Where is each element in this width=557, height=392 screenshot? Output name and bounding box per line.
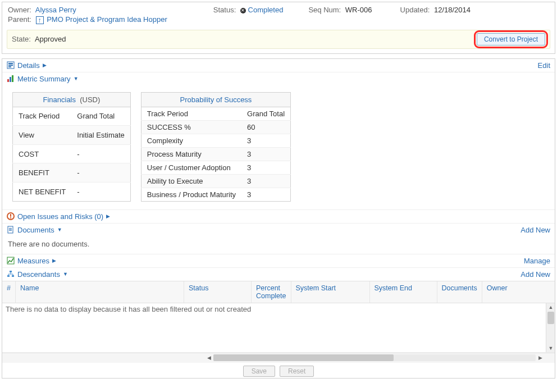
- parent-link[interactable]: PMO Project & Program Idea Hopper: [47, 15, 167, 24]
- metric-value: Initial Estimate: [71, 126, 130, 145]
- svg-rect-6: [12, 75, 13, 82]
- metric-value: Grand Total: [241, 107, 290, 120]
- svg-rect-5: [10, 77, 11, 82]
- svg-rect-4: [7, 79, 9, 82]
- scroll-up-icon[interactable]: ▲: [546, 303, 555, 311]
- svg-rect-14: [7, 257, 14, 264]
- metric-value: -: [71, 144, 130, 163]
- metric-key: Ability to Execute: [141, 174, 241, 188]
- state-value: Approved: [35, 35, 66, 43]
- grid-empty-message: There is no data to display because it h…: [2, 303, 555, 315]
- updated-label: Updated:: [400, 6, 430, 14]
- section-measures-header: Measures ▶ Manage: [2, 254, 555, 268]
- metric-value: 3: [241, 188, 290, 201]
- table-row: Complexity3: [141, 134, 290, 147]
- document-icon: [7, 226, 15, 234]
- metric-key: COST: [13, 144, 72, 163]
- svg-rect-9: [10, 217, 11, 218]
- reset-button[interactable]: Reset: [280, 366, 314, 377]
- metric-summary-content: Financials (USD) Track PeriodGrand Total…: [2, 85, 555, 209]
- metric-key: SUCCESS %: [141, 120, 241, 134]
- table-row: Process Maturity3: [141, 147, 290, 161]
- parent-label: Parent:: [8, 15, 31, 24]
- section-metric-header: Metric Summary ▼: [2, 72, 555, 85]
- owner-label: Owner:: [8, 6, 31, 14]
- table-row: SUCCESS %60: [141, 120, 290, 134]
- metric-key: NET BENEFIT: [13, 182, 72, 201]
- parent-up-icon[interactable]: ↑: [36, 16, 44, 24]
- details-edit-link[interactable]: Edit: [538, 61, 550, 70]
- section-descendants-toggle[interactable]: Descendants ▼: [7, 270, 68, 279]
- owner-link[interactable]: Alyssa Perry: [35, 6, 76, 14]
- header-row-1: Owner: Alyssa Perry Status: ✕ Completed …: [2, 2, 555, 15]
- warning-icon: [7, 212, 15, 220]
- col-system-start[interactable]: System Start: [291, 281, 370, 303]
- caret-right-icon: ▶: [52, 258, 56, 263]
- scroll-down-icon[interactable]: ▼: [546, 344, 555, 352]
- metric-value: Grand Total: [71, 107, 130, 126]
- table-row: Track PeriodGrand Total: [13, 107, 131, 126]
- scroll-right-icon[interactable]: ▶: [536, 355, 545, 361]
- metric-key: Track Period: [13, 107, 72, 126]
- horizontal-scroll-track[interactable]: [213, 354, 536, 361]
- svg-rect-3: [8, 66, 11, 67]
- state-field: State: Approved: [12, 35, 66, 43]
- convert-button-highlight: Convert to Project: [477, 33, 545, 45]
- metric-key: Process Maturity: [141, 147, 241, 161]
- section-issues-toggle[interactable]: Open Issues and Risks (0) ▶: [7, 212, 110, 221]
- col-status[interactable]: Status: [184, 281, 252, 303]
- horizontal-scroll-thumb[interactable]: [213, 354, 394, 361]
- horizontal-scrollbar[interactable]: ◀ ▶: [2, 353, 555, 363]
- vertical-scroll-thumb[interactable]: [547, 312, 554, 324]
- section-metric-toggle[interactable]: Metric Summary ▼: [7, 75, 79, 83]
- col-documents[interactable]: Documents: [437, 281, 482, 303]
- metric-key: Business / Product Maturity: [141, 188, 241, 201]
- section-metric-title: Metric Summary: [17, 75, 71, 83]
- section-documents-header: Documents ▼ Add New: [2, 224, 555, 236]
- seqnum-value: WR-006: [345, 6, 372, 14]
- metric-value: 3: [241, 134, 290, 147]
- table-row: Ability to Execute3: [141, 174, 290, 188]
- owner-field: Owner: Alyssa Perry: [8, 6, 76, 14]
- section-measures-toggle[interactable]: Measures ▶: [7, 257, 56, 265]
- metric-value: -: [71, 182, 130, 201]
- svg-rect-11: [9, 228, 12, 229]
- col-system-end[interactable]: System End: [370, 281, 437, 303]
- status-link[interactable]: Completed: [248, 6, 284, 14]
- updated-value: 12/18/2014: [434, 6, 471, 14]
- save-button[interactable]: Save: [243, 366, 275, 377]
- main-panel: Details ▶ Edit Metric Summary ▼ Financia…: [2, 58, 555, 379]
- svg-rect-15: [10, 271, 12, 272]
- table-row: NET BENEFIT-: [13, 182, 131, 201]
- parent-field: Parent: ↑ PMO Project & Program Idea Hop…: [8, 15, 167, 24]
- status-complete-icon: ✕: [240, 8, 246, 13]
- svg-rect-16: [7, 275, 10, 277]
- documents-empty-text: There are no documents.: [2, 236, 555, 254]
- section-documents-toggle[interactable]: Documents ▼: [7, 226, 62, 234]
- documents-add-new-link[interactable]: Add New: [521, 226, 550, 234]
- descendants-add-new-link[interactable]: Add New: [521, 270, 550, 279]
- section-details-header: Details ▶ Edit: [2, 59, 555, 72]
- section-details-toggle[interactable]: Details ▶: [7, 61, 47, 70]
- measures-manage-link[interactable]: Manage: [524, 257, 550, 265]
- state-label: State:: [12, 35, 31, 43]
- col-percent-complete[interactable]: Percent Complete: [252, 281, 291, 303]
- col-owner[interactable]: Owner: [482, 281, 542, 303]
- metric-value: 3: [241, 161, 290, 174]
- footer-buttons: Save Reset: [2, 363, 555, 378]
- table-row: Business / Product Maturity3: [141, 188, 290, 201]
- metric-value: 3: [241, 147, 290, 161]
- col-name[interactable]: Name: [16, 281, 184, 303]
- convert-to-project-button[interactable]: Convert to Project: [477, 33, 545, 45]
- section-measures-title: Measures: [17, 257, 49, 265]
- header-row-2: Parent: ↑ PMO Project & Program Idea Hop…: [2, 15, 555, 26]
- section-descendants-header: Descendants ▼ Add New: [2, 268, 555, 281]
- scroll-left-icon[interactable]: ◀: [204, 355, 213, 361]
- seqnum-label: Seq Num:: [308, 6, 341, 14]
- financials-body: Track PeriodGrand TotalViewInitial Estim…: [13, 107, 131, 201]
- col-hash[interactable]: #: [2, 281, 16, 303]
- seqnum-field: Seq Num: WR-006: [308, 6, 372, 14]
- metric-key: Track Period: [141, 107, 241, 120]
- vertical-scrollbar[interactable]: ▲ ▼: [546, 303, 555, 352]
- section-details-title: Details: [17, 61, 40, 70]
